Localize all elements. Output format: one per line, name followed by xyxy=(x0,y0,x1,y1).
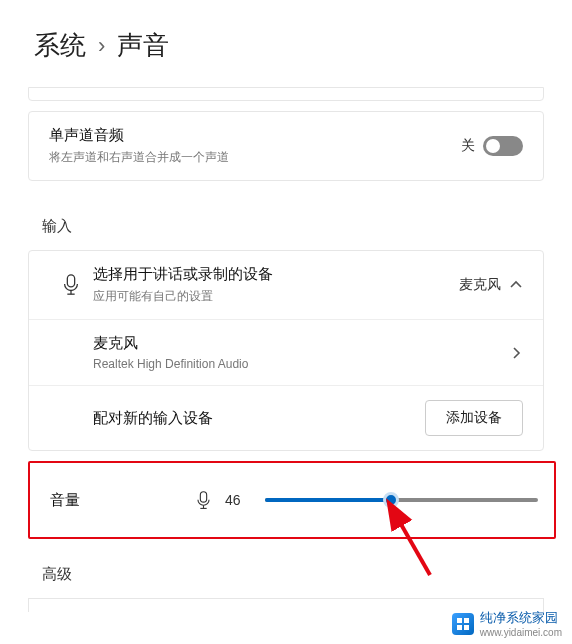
volume-label: 音量 xyxy=(42,491,182,510)
add-device-button[interactable]: 添加设备 xyxy=(425,400,523,436)
svg-rect-9 xyxy=(457,625,462,630)
slider-fill xyxy=(265,498,391,502)
choose-device-subtitle: 应用可能有自己的设置 xyxy=(93,288,459,305)
selected-input-device: 麦克风 xyxy=(459,276,501,294)
svg-line-6 xyxy=(398,519,430,575)
advanced-section-label: 高级 xyxy=(42,565,572,584)
mono-audio-subtitle: 将左声道和右声道合并成一个声道 xyxy=(49,149,461,166)
svg-rect-10 xyxy=(464,625,469,630)
microphone-icon xyxy=(196,491,211,510)
breadcrumb-current: 声音 xyxy=(117,28,169,63)
microphone-icon xyxy=(62,274,80,296)
toggle-knob xyxy=(486,139,500,153)
annotation-arrow xyxy=(390,511,450,585)
microphone-device-row[interactable]: 麦克风 Realtek High Definition Audio xyxy=(29,319,543,385)
volume-slider[interactable] xyxy=(265,498,538,502)
watermark-brand: 纯净系统家园 xyxy=(480,609,562,627)
svg-rect-7 xyxy=(457,618,462,623)
svg-rect-8 xyxy=(464,618,469,623)
breadcrumb-separator: › xyxy=(98,33,105,59)
chevron-right-icon xyxy=(509,346,523,360)
svg-rect-0 xyxy=(67,275,74,287)
mono-audio-title: 单声道音频 xyxy=(49,126,461,145)
watermark-url: www.yidaimei.com xyxy=(480,627,562,638)
slider-thumb[interactable] xyxy=(383,492,399,508)
mono-audio-state-label: 关 xyxy=(461,137,475,155)
breadcrumb-root[interactable]: 系统 xyxy=(34,28,86,63)
watermark: 纯净系统家园 www.yidaimei.com xyxy=(452,609,562,638)
volume-row-highlight: 音量 46 xyxy=(28,461,556,539)
pair-new-device-row: 配对新的输入设备 添加设备 xyxy=(29,385,543,450)
mono-audio-card[interactable]: 单声道音频 将左声道和右声道合并成一个声道 关 xyxy=(28,111,544,181)
pair-device-title: 配对新的输入设备 xyxy=(93,409,425,428)
chevron-up-icon xyxy=(509,278,523,292)
mic-device-subtitle: Realtek High Definition Audio xyxy=(93,357,509,371)
mono-audio-toggle[interactable] xyxy=(483,136,523,156)
svg-rect-3 xyxy=(200,491,206,501)
watermark-logo-icon xyxy=(452,613,474,635)
input-section-label: 输入 xyxy=(42,217,572,236)
choose-input-device-row[interactable]: 选择用于讲话或录制的设备 应用可能有自己的设置 麦克风 xyxy=(29,251,543,319)
input-device-group: 选择用于讲话或录制的设备 应用可能有自己的设置 麦克风 麦克风 Realtek … xyxy=(28,250,544,451)
choose-device-title: 选择用于讲话或录制的设备 xyxy=(93,265,459,284)
breadcrumb: 系统 › 声音 xyxy=(0,0,572,87)
volume-value: 46 xyxy=(225,492,251,508)
card-fragment-top xyxy=(28,87,544,101)
mic-device-title: 麦克风 xyxy=(93,334,509,353)
